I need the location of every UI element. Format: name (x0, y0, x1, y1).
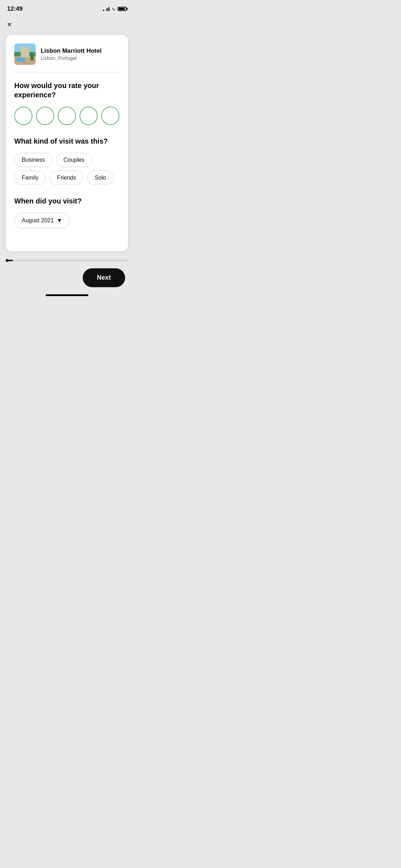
dropdown-arrow-icon: ▼ (57, 217, 62, 224)
hotel-location: Lisbon, Portugal (41, 55, 102, 61)
progress-area (0, 251, 134, 261)
bottom-area: Next (0, 261, 134, 291)
hotel-image (14, 43, 36, 65)
visit-section: What kind of visit was this? Business Co… (14, 136, 119, 185)
chip-family[interactable]: Family (14, 171, 46, 185)
home-indicator (0, 291, 134, 300)
visit-title: What kind of visit was this? (14, 136, 119, 146)
progress-bar-fill (6, 260, 13, 261)
wifi-icon: ∿ (112, 6, 115, 12)
status-icons: ∿ (103, 6, 127, 12)
visit-types: Business Couples Family Friends Solo (14, 153, 119, 185)
signal-icon (103, 7, 109, 11)
rating-circle-2[interactable] (36, 107, 54, 125)
next-button[interactable]: Next (83, 268, 125, 287)
battery-icon (118, 7, 127, 11)
status-time: 12:49 (7, 5, 22, 12)
progress-bar-track (6, 260, 128, 261)
close-icon[interactable]: × (7, 20, 12, 29)
hotel-info: Lisbon Marriott Hotel Lisbon, Portugal (41, 47, 102, 61)
close-button-area[interactable]: × (0, 16, 134, 35)
date-value: August 2021 (22, 217, 54, 224)
hotel-header: Lisbon Marriott Hotel Lisbon, Portugal (14, 43, 119, 65)
chip-couples[interactable]: Couples (56, 153, 92, 167)
rating-title: How would you rate your experience? (14, 81, 119, 99)
home-bar (46, 294, 88, 296)
hotel-name: Lisbon Marriott Hotel (41, 47, 102, 55)
date-section: When did you visit? August 2021 ▼ (14, 196, 119, 228)
main-card: Lisbon Marriott Hotel Lisbon, Portugal H… (6, 35, 128, 251)
rating-section: How would you rate your experience? (14, 81, 119, 125)
rating-circle-4[interactable] (79, 107, 98, 125)
rating-circle-5[interactable] (101, 107, 119, 125)
chip-solo[interactable]: Solo (87, 171, 113, 185)
status-bar: 12:49 ∿ (0, 0, 134, 16)
date-dropdown[interactable]: August 2021 ▼ (14, 213, 70, 228)
chip-friends[interactable]: Friends (50, 171, 83, 185)
rating-circle-3[interactable] (58, 107, 76, 125)
divider (14, 72, 119, 72)
chip-business[interactable]: Business (14, 153, 52, 167)
date-title: When did you visit? (14, 196, 119, 206)
rating-circle-1[interactable] (14, 107, 32, 125)
rating-circles (14, 107, 119, 125)
